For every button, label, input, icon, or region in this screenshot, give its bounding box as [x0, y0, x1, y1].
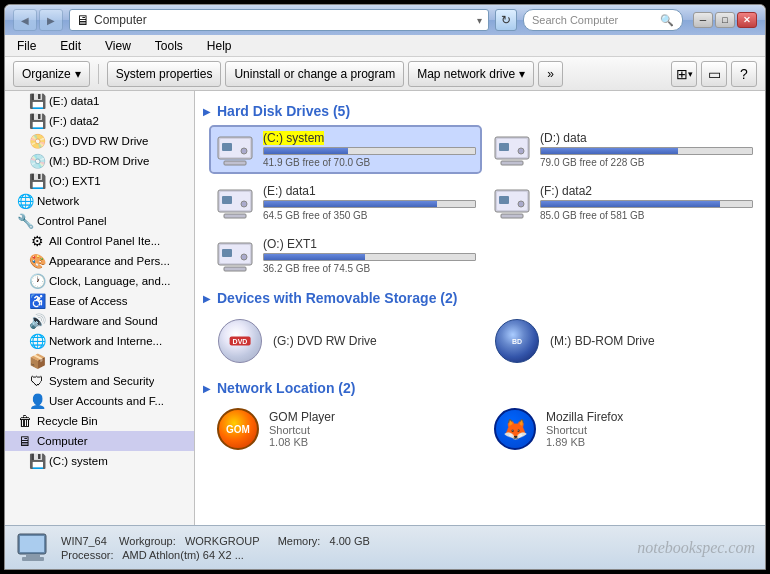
drive-e-progress: [263, 200, 476, 208]
programs-icon: 📦: [29, 353, 45, 369]
clock-icon: 🕐: [29, 273, 45, 289]
sidebar-item-label: Network and Interne...: [49, 335, 162, 347]
sidebar-item-recycle-bin[interactable]: 🗑 Recycle Bin: [5, 411, 194, 431]
sidebar-item-label: (G:) DVD RW Drive: [49, 135, 148, 147]
statusbar: WIN7_64 Workgroup: WORKGROUP Memory: 4.0…: [5, 525, 765, 569]
forward-button[interactable]: ▶: [39, 9, 63, 31]
menu-view[interactable]: View: [101, 37, 135, 55]
network-firefox[interactable]: 🦊 Mozilla Firefox Shortcut 1.89 KB: [488, 404, 757, 454]
sidebar-item-programs[interactable]: 📦 Programs: [5, 351, 194, 371]
minimize-button[interactable]: ─: [693, 12, 713, 28]
gom-icon: GOM: [215, 408, 261, 450]
preview-pane-button[interactable]: ▭: [701, 61, 727, 87]
sidebar-item-label: System and Security: [49, 375, 154, 387]
search-icon[interactable]: 🔍: [660, 14, 674, 27]
sidebar-item-e-data1[interactable]: 💾 (E:) data1: [5, 91, 194, 111]
sidebar-item-m-bdrom[interactable]: 💿 (M:) BD-ROM Drive: [5, 151, 194, 171]
gom-sub2: 1.08 KB: [269, 436, 335, 448]
sidebar-item-hardware-sound[interactable]: 🔊 Hardware and Sound: [5, 311, 194, 331]
back-button[interactable]: ◀: [13, 9, 37, 31]
sidebar-item-label: Ease of Access: [49, 295, 128, 307]
map-drive-button[interactable]: Map network drive ▾: [408, 61, 534, 87]
uninstall-button[interactable]: Uninstall or change a program: [225, 61, 404, 87]
more-tools-button[interactable]: »: [538, 61, 563, 87]
sidebar-item-o-ext1[interactable]: 💾 (O:) EXT1: [5, 171, 194, 191]
maximize-button[interactable]: □: [715, 12, 735, 28]
sidebar-item-ease-access[interactable]: ♿ Ease of Access: [5, 291, 194, 311]
firefox-name: Mozilla Firefox: [546, 410, 623, 424]
sidebar-item-system-security[interactable]: 🛡 System and Security: [5, 371, 194, 391]
views-button[interactable]: ⊞ ▾: [671, 61, 697, 87]
network-gom-player[interactable]: GOM GOM Player Shortcut 1.08 KB: [211, 404, 480, 454]
menu-help[interactable]: Help: [203, 37, 236, 55]
map-drive-dropdown-icon: ▾: [519, 67, 525, 81]
hard-disk-grid: (C:) system 41.9 GB free of 70.0 GB: [203, 127, 757, 278]
drive-f-data2[interactable]: (F:) data2 85.0 GB free of 581 GB: [488, 180, 757, 225]
svg-rect-28: [22, 557, 44, 561]
menu-file[interactable]: File: [13, 37, 40, 55]
refresh-button[interactable]: ↻: [495, 9, 517, 31]
device-dvdrw[interactable]: DVD (G:) DVD RW Drive: [211, 314, 480, 368]
window-controls: ─ □ ✕: [693, 12, 757, 28]
close-button[interactable]: ✕: [737, 12, 757, 28]
sidebar-item-clock-lang[interactable]: 🕐 Clock, Language, and...: [5, 271, 194, 291]
drive-o-icon: [215, 238, 255, 274]
sidebar-item-label: Recycle Bin: [37, 415, 98, 427]
drive-d-icon: [492, 132, 532, 168]
content-area: ▶ Hard Disk Drives (5): [195, 91, 765, 525]
sidebar-item-appearance[interactable]: 🎨 Appearance and Pers...: [5, 251, 194, 271]
drive-o-info: (O:) EXT1 36.2 GB free of 74.5 GB: [263, 237, 476, 274]
menu-edit[interactable]: Edit: [56, 37, 85, 55]
views-dropdown-icon: ▾: [688, 69, 693, 79]
drive-o-ext1[interactable]: (O:) EXT1 36.2 GB free of 74.5 GB: [211, 233, 480, 278]
drive-e-fill: [264, 201, 437, 207]
processor-value: AMD Athlon(tm) 64 X2 ...: [122, 549, 244, 561]
sidebar-item-user-accounts[interactable]: 👤 User Accounts and F...: [5, 391, 194, 411]
sidebar-item-all-control[interactable]: ⚙ All Control Panel Ite...: [5, 231, 194, 251]
svg-point-13: [241, 201, 247, 207]
svg-rect-4: [224, 161, 246, 165]
network-grid: GOM GOM Player Shortcut 1.08 KB 🦊 Mozill…: [203, 404, 757, 454]
sidebar-item-network[interactable]: 🌐 Network: [5, 191, 194, 211]
sidebar-item-label: Programs: [49, 355, 99, 367]
nav-buttons: ◀ ▶: [13, 9, 63, 31]
system-properties-button[interactable]: System properties: [107, 61, 222, 87]
computer-icon: 🖥: [17, 433, 33, 449]
settings-icon: ⚙: [29, 233, 45, 249]
svg-rect-14: [224, 214, 246, 218]
sidebar-item-computer[interactable]: 🖥 Computer: [5, 431, 194, 451]
search-bar[interactable]: Search Computer 🔍: [523, 9, 683, 31]
status-info: WIN7_64 Workgroup: WORKGROUP Memory: 4.0…: [61, 535, 370, 561]
main-content: 💾 (E:) data1 💾 (F:) data2 📀 (G:) DVD RW …: [5, 91, 765, 525]
sidebar-item-control-panel[interactable]: 🔧 Control Panel: [5, 211, 194, 231]
drive-icon: 💾: [29, 113, 45, 129]
help-button[interactable]: ?: [731, 61, 757, 87]
sidebar-item-f-data2[interactable]: 💾 (F:) data2: [5, 111, 194, 131]
address-dropdown-icon[interactable]: ▾: [477, 15, 482, 26]
dvd-icon: 📀: [29, 133, 45, 149]
device-bdrom[interactable]: BD (M:) BD-ROM Drive: [488, 314, 757, 368]
address-bar[interactable]: 🖥 Computer ▾: [69, 9, 489, 31]
drive-e-data1[interactable]: (E:) data1 64.5 GB free of 350 GB: [211, 180, 480, 225]
dvdrw-icon: DVD: [215, 318, 265, 364]
menu-tools[interactable]: Tools: [151, 37, 187, 55]
address-text: Computer: [94, 13, 473, 27]
titlebar: ◀ ▶ 🖥 Computer ▾ ↻ Search Computer 🔍 ─ □…: [5, 5, 765, 35]
sidebar-item-label: Hardware and Sound: [49, 315, 158, 327]
sidebar-item-label: (C:) system: [49, 455, 108, 467]
drive-o-fill: [264, 254, 365, 260]
sidebar-item-c-system[interactable]: 💾 (C:) system: [5, 451, 194, 471]
drive-icon: 💾: [29, 173, 45, 189]
main-window: ◀ ▶ 🖥 Computer ▾ ↻ Search Computer 🔍 ─ □…: [4, 4, 766, 570]
drive-c-system[interactable]: (C:) system 41.9 GB free of 70.0 GB: [211, 127, 480, 172]
drive-e-size: 64.5 GB free of 350 GB: [263, 210, 476, 221]
firefox-icon: 🦊: [492, 408, 538, 450]
sidebar-item-label: Network: [37, 195, 79, 207]
organize-button[interactable]: Organize ▾: [13, 61, 90, 87]
drive-d-data[interactable]: (D:) data 79.0 GB free of 228 GB: [488, 127, 757, 172]
drive-c-name: (C:) system: [263, 131, 476, 145]
sidebar-item-network-internet[interactable]: 🌐 Network and Interne...: [5, 331, 194, 351]
sidebar-item-g-dvdrw[interactable]: 📀 (G:) DVD RW Drive: [5, 131, 194, 151]
svg-point-3: [241, 148, 247, 154]
watermark: notebookspec.com: [637, 539, 755, 557]
